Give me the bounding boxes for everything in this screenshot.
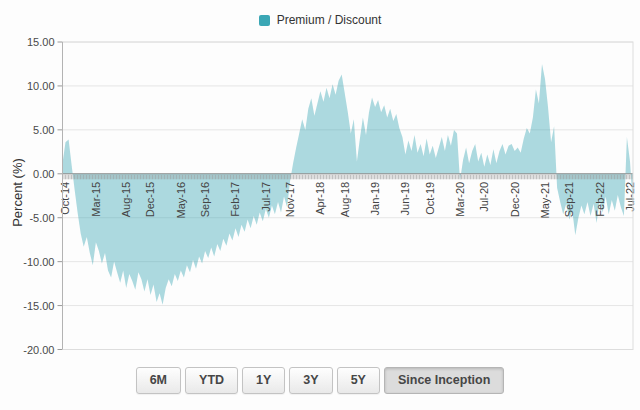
svg-text:15.00: 15.00 <box>27 36 55 48</box>
svg-text:5.00: 5.00 <box>33 124 54 136</box>
svg-text:Jul-20: Jul-20 <box>478 182 490 212</box>
svg-text:Oct-19: Oct-19 <box>424 182 436 215</box>
svg-text:Apr-18: Apr-18 <box>314 182 326 215</box>
svg-text:Dec-20: Dec-20 <box>509 182 521 217</box>
range-button-ytd[interactable]: YTD <box>185 367 238 394</box>
svg-text:Aug-15: Aug-15 <box>120 182 132 217</box>
svg-text:May-21: May-21 <box>539 182 551 219</box>
svg-text:Dec-15: Dec-15 <box>145 182 157 217</box>
range-button-3y[interactable]: 3Y <box>289 367 332 394</box>
range-button-5y[interactable]: 5Y <box>337 367 380 394</box>
chart-legend[interactable]: Premium / Discount <box>0 10 640 30</box>
svg-text:Sep-21: Sep-21 <box>563 182 575 217</box>
range-button-since-inception[interactable]: Since Inception <box>384 367 504 394</box>
svg-text:-15.00: -15.00 <box>23 300 54 312</box>
svg-text:-5.00: -5.00 <box>29 212 54 224</box>
svg-text:Mar-15: Mar-15 <box>90 182 102 217</box>
svg-text:Mar-20: Mar-20 <box>454 182 466 217</box>
svg-text:-20.00: -20.00 <box>23 344 54 356</box>
legend-label: Premium / Discount <box>277 13 382 27</box>
svg-text:Jul-22: Jul-22 <box>624 182 636 212</box>
y-axis-title: Percent (%) <box>10 148 25 238</box>
premium-discount-chart-panel: Premium / Discount Percent (%) 15.0010.0… <box>0 0 640 410</box>
legend-marker-icon <box>259 15 270 26</box>
svg-text:Jul-17: Jul-17 <box>260 182 272 212</box>
svg-text:May-16: May-16 <box>175 182 187 219</box>
svg-text:Sep-16: Sep-16 <box>199 182 211 217</box>
svg-text:Nov-17: Nov-17 <box>284 182 296 217</box>
svg-text:Jun-19: Jun-19 <box>399 182 411 216</box>
svg-text:0.00: 0.00 <box>33 168 54 180</box>
svg-text:Feb-17: Feb-17 <box>230 182 242 217</box>
svg-text:-10.00: -10.00 <box>23 256 54 268</box>
svg-text:Feb-22: Feb-22 <box>594 182 606 217</box>
svg-text:Jan-19: Jan-19 <box>369 182 381 216</box>
svg-text:Aug-18: Aug-18 <box>339 182 351 217</box>
premium-discount-area-chart[interactable]: 15.0010.005.000.00-5.00-10.00-15.00-20.0… <box>0 0 640 360</box>
range-button-1y[interactable]: 1Y <box>242 367 285 394</box>
range-button-group: 6M YTD 1Y 3Y 5Y Since Inception <box>0 367 640 394</box>
svg-text:Oct-14: Oct-14 <box>60 182 72 215</box>
svg-text:10.00: 10.00 <box>27 80 55 92</box>
range-button-6m[interactable]: 6M <box>136 367 181 394</box>
